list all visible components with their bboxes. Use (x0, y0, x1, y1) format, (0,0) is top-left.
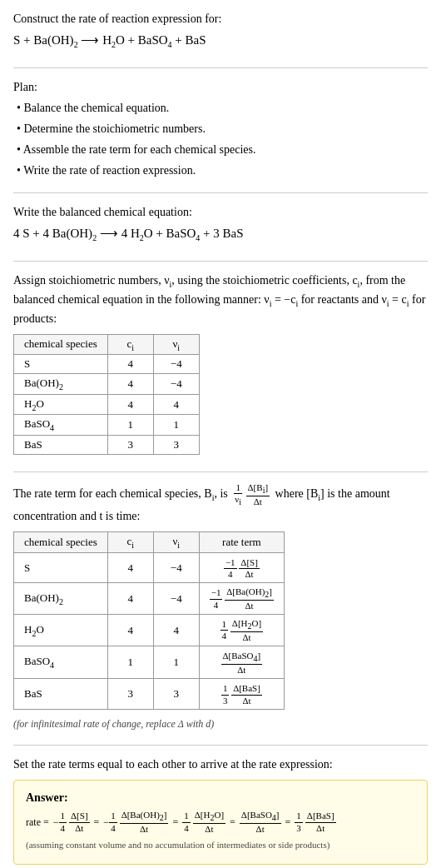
rate-fraction: 1 νi (233, 482, 243, 507)
rt-term-H2O: 1 4 Δ[H2O] Δt (199, 615, 284, 646)
species-H2O: H2O (14, 394, 108, 415)
nui-BaOH2: −4 (153, 374, 199, 395)
rt-ci-S: 4 (107, 552, 153, 582)
col-ci-2: ci (107, 532, 153, 553)
rt-nui-S: −4 (153, 552, 199, 582)
balanced-equation: 4 S + 4 Ba(OH)2 ⟶ 4 H2O + BaSO4 + 3 BaS (13, 224, 428, 244)
ci-S: 4 (107, 355, 153, 374)
rt-term-BaOH2: −1 4 Δ[Ba(OH)2] Δt (199, 583, 284, 615)
rt-term-BaSO4: Δ[BaSO4] Δt (199, 646, 284, 679)
species-BaS: BaS (14, 435, 108, 454)
rt-ci-BaSO4: 1 (107, 646, 153, 679)
table-row: BaS 3 3 (14, 435, 200, 454)
plan-step-4: Write the rate of reaction expression. (17, 162, 428, 179)
rt-term-S: −1 4 Δ[S] Δt (199, 552, 284, 582)
rt-species-BaOH2: Ba(OH)2 (14, 583, 108, 615)
construct-label: Construct the rate of reaction expressio… (13, 10, 428, 27)
delta-fraction: Δ[Bi] Δt (246, 482, 270, 507)
rt-nui-BaSO4: 1 (153, 646, 199, 679)
set-equal-text: Set the rate terms equal to each other t… (13, 756, 428, 773)
rt-ci-BaOH2: 4 (107, 583, 153, 615)
rt-species-BaS: BaS (14, 679, 108, 709)
species-BaSO4: BaSO4 (14, 415, 108, 436)
rt-species-S: S (14, 552, 108, 582)
ci-H2O: 4 (107, 394, 153, 415)
rt-ci-BaS: 3 (107, 679, 153, 709)
col-nui-2: νi (153, 532, 199, 553)
answer-box: Answer: rate = −14 Δ[S]Δt = −14 Δ[Ba(OH)… (13, 780, 428, 865)
table-row: H2O 4 4 (14, 394, 200, 415)
species-S: S (14, 355, 108, 374)
species-BaOH2: Ba(OH)2 (14, 374, 108, 395)
rt-nui-BaS: 3 (153, 679, 199, 709)
table-row: BaSO4 1 1 Δ[BaSO4] Δt (14, 646, 285, 679)
table-row: S 4 −4 −1 4 Δ[S] Δt (14, 552, 285, 582)
col-species-2: chemical species (14, 532, 108, 553)
stoich-table: chemical species ci νi S 4 −4 Ba(OH)2 4 … (13, 334, 200, 455)
plan-step-3: Assemble the rate term for each chemical… (17, 141, 428, 158)
table-row: H2O 4 4 1 4 Δ[H2O] Δt (14, 615, 285, 646)
ci-BaS: 3 (107, 435, 153, 454)
rt-term-BaS: 1 3 Δ[BaS] Δt (199, 679, 284, 709)
stoich-assign-text: Assign stoichiometric numbers, νi, using… (13, 272, 428, 327)
rate-expression: rate = −14 Δ[S]Δt = −14 Δ[Ba(OH)2]Δt = 1… (26, 810, 415, 835)
answer-label: Answer: (26, 789, 415, 806)
nui-H2O: 4 (153, 394, 199, 415)
col-nui-1: νi (153, 334, 199, 355)
nui-S: −4 (153, 355, 199, 374)
answer-footnote: (assuming constant volume and no accumul… (26, 838, 415, 852)
rate-term-intro: The rate term for each chemical species,… (13, 482, 428, 525)
table-row: S 4 −4 (14, 355, 200, 374)
plan-title: Plan: (13, 78, 428, 96)
ci-BaSO4: 1 (107, 415, 153, 436)
plan-step-2: Determine the stoichiometric numbers. (17, 120, 428, 137)
rt-species-H2O: H2O (14, 615, 108, 646)
nui-BaS: 3 (153, 435, 199, 454)
ci-BaOH2: 4 (107, 374, 153, 395)
rt-species-BaSO4: BaSO4 (14, 646, 108, 679)
table-row: Ba(OH)2 4 −4 −1 4 Δ[Ba(OH)2] Δt (14, 583, 285, 615)
balanced-title: Write the balanced chemical equation: (13, 203, 428, 221)
table-row: BaSO4 1 1 (14, 415, 200, 436)
rt-nui-H2O: 4 (153, 615, 199, 646)
col-rateterm: rate term (199, 532, 284, 553)
nui-BaSO4: 1 (153, 415, 199, 436)
rt-nui-BaOH2: −4 (153, 583, 199, 615)
rt-ci-H2O: 4 (107, 615, 153, 646)
table-row: Ba(OH)2 4 −4 (14, 374, 200, 395)
infinitesimal-note: (for infinitesimal rate of change, repla… (13, 716, 428, 731)
col-species-1: chemical species (14, 334, 108, 355)
plan-step-1: Balance the chemical equation. (17, 99, 428, 117)
col-ci-1: ci (107, 334, 153, 355)
original-reaction: S + Ba(OH)2 ⟶ H2O + BaSO4 + BaS (13, 31, 428, 51)
rate-term-table: chemical species ci νi rate term S 4 −4 … (13, 531, 285, 709)
table-row: BaS 3 3 1 3 Δ[BaS] Δt (14, 679, 285, 709)
